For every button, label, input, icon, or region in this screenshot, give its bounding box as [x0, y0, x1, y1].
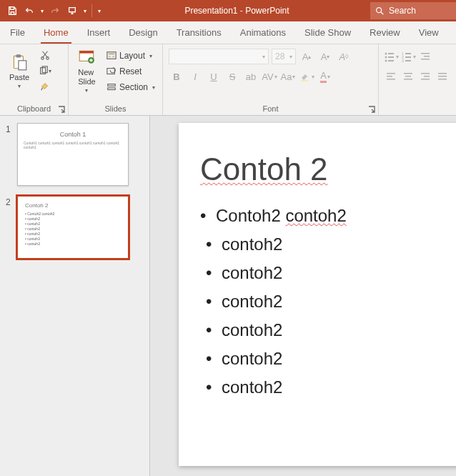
- reset-button[interactable]: Reset: [104, 64, 158, 79]
- search-box[interactable]: Search: [370, 2, 456, 19]
- svg-rect-2: [16, 54, 21, 57]
- ribbon: Paste ▾ ▾ Clipboard New Slide ▾: [0, 44, 456, 116]
- decrease-font-icon[interactable]: A▾: [317, 49, 333, 64]
- bullet-item[interactable]: contoh2: [206, 263, 456, 283]
- svg-rect-42: [421, 79, 430, 80]
- svg-rect-41: [424, 76, 430, 77]
- svg-point-23: [385, 60, 387, 62]
- layout-button[interactable]: Layout▾: [104, 49, 158, 63]
- clear-formatting-icon[interactable]: A◊: [336, 49, 352, 64]
- change-case-icon[interactable]: Aa▾: [280, 69, 296, 84]
- svg-rect-38: [405, 76, 411, 77]
- align-center-icon[interactable]: [400, 69, 416, 84]
- justify-icon[interactable]: [435, 69, 450, 84]
- clipboard-launcher-icon[interactable]: [58, 106, 65, 113]
- svg-rect-3: [19, 60, 26, 69]
- slide-canvas-area[interactable]: Contoh 2 Contoh2 contoh2contoh2contoh2co…: [150, 116, 456, 476]
- group-clipboard: Paste ▾ ▾ Clipboard: [0, 44, 69, 115]
- font-color-icon[interactable]: A▾: [317, 69, 333, 84]
- tab-review[interactable]: Review: [367, 23, 403, 44]
- bullet-item[interactable]: contoh2: [206, 292, 456, 312]
- indent-icon[interactable]: [417, 49, 433, 64]
- char-spacing-icon[interactable]: AV▾: [262, 69, 277, 84]
- bullet-item[interactable]: contoh2: [206, 377, 456, 397]
- tab-view[interactable]: View: [416, 23, 442, 44]
- bullet-item[interactable]: contoh2: [206, 234, 456, 254]
- thumbnail-pane[interactable]: 1Contoh 1Contoh1 contoh1 contoh1 contoh1…: [0, 116, 150, 476]
- svg-rect-9: [80, 51, 94, 54]
- font-launcher-icon[interactable]: [368, 106, 375, 113]
- svg-rect-24: [388, 60, 394, 61]
- undo-dropdown-icon[interactable]: ▾: [39, 3, 46, 19]
- svg-rect-44: [438, 76, 447, 77]
- underline-icon[interactable]: U: [206, 69, 222, 84]
- tab-insert[interactable]: Insert: [84, 23, 114, 44]
- bold-icon[interactable]: B: [169, 69, 184, 84]
- svg-rect-45: [438, 79, 447, 80]
- section-button[interactable]: Section▾: [104, 80, 158, 94]
- tab-slideshow[interactable]: Slide Show: [302, 23, 354, 44]
- slide-body[interactable]: Contoh2 contoh2contoh2contoh2contoh2cont…: [200, 206, 456, 397]
- svg-rect-37: [404, 73, 412, 74]
- align-right-icon[interactable]: [417, 69, 433, 84]
- paste-button[interactable]: Paste ▾: [4, 47, 34, 94]
- svg-rect-33: [421, 59, 430, 60]
- customize-qa-icon[interactable]: ▾: [95, 3, 104, 19]
- numbering-icon[interactable]: 123▾: [400, 49, 416, 64]
- undo-icon[interactable]: [21, 3, 37, 19]
- svg-point-21: [385, 56, 387, 59]
- svg-rect-14: [112, 56, 115, 58]
- tab-animations[interactable]: Animations: [237, 23, 289, 44]
- svg-rect-36: [387, 79, 395, 80]
- svg-rect-15: [107, 69, 115, 74]
- tab-design[interactable]: Design: [126, 23, 160, 44]
- group-label-font: Font: [163, 103, 378, 115]
- highlight-icon[interactable]: ▾: [299, 69, 314, 84]
- cut-icon[interactable]: [37, 49, 53, 61]
- italic-icon[interactable]: I: [187, 69, 203, 84]
- thumbnail-number: 1: [6, 123, 13, 186]
- window-title: Presentation1 - PowerPoint: [104, 6, 370, 16]
- align-left-icon[interactable]: [383, 69, 399, 84]
- tab-home[interactable]: Home: [41, 23, 71, 44]
- bullet-item[interactable]: contoh2: [206, 349, 456, 369]
- svg-rect-18: [301, 80, 308, 81]
- search-placeholder: Search: [389, 6, 416, 16]
- svg-rect-12: [109, 54, 115, 55]
- svg-rect-13: [109, 56, 111, 58]
- new-slide-button[interactable]: New Slide ▾: [73, 47, 101, 94]
- shadow-icon[interactable]: ab: [243, 69, 259, 84]
- increase-font-icon[interactable]: A▴: [299, 49, 314, 64]
- svg-rect-39: [404, 79, 412, 80]
- tab-transitions[interactable]: Transitions: [174, 23, 224, 44]
- search-icon: [375, 6, 385, 16]
- bullets-icon[interactable]: ▾: [383, 49, 399, 64]
- group-label-clipboard: Clipboard: [0, 103, 68, 115]
- start-from-beginning-icon[interactable]: [64, 3, 80, 19]
- font-size-combo[interactable]: 28▾: [272, 49, 296, 64]
- format-painter-icon[interactable]: [37, 80, 53, 93]
- svg-text:3: 3: [402, 59, 404, 62]
- group-slides: New Slide ▾ Layout▾ Reset Section▾ Slide…: [69, 44, 163, 115]
- thumbnail-slide[interactable]: Contoh 2Contoh2 contoh2contoh2contoh2con…: [17, 196, 129, 259]
- copy-icon[interactable]: ▾: [37, 64, 53, 77]
- bullet-item[interactable]: Contoh2 contoh2: [200, 206, 456, 226]
- svg-rect-26: [405, 53, 411, 54]
- font-name-combo[interactable]: ▾: [169, 49, 269, 64]
- qa-dropdown-icon[interactable]: ▾: [81, 3, 89, 19]
- strikethrough-icon[interactable]: S: [224, 69, 240, 84]
- tab-file[interactable]: File: [7, 23, 28, 44]
- redo-icon[interactable]: [47, 3, 63, 19]
- svg-rect-11: [107, 52, 116, 59]
- svg-point-19: [385, 53, 387, 55]
- thumbnail-item[interactable]: 1Contoh 1Contoh1 contoh1 contoh1 contoh1…: [6, 123, 142, 186]
- workspace: 1Contoh 1Contoh1 contoh1 contoh1 contoh1…: [0, 116, 456, 476]
- slide-canvas[interactable]: Contoh 2 Contoh2 contoh2contoh2contoh2co…: [179, 123, 456, 466]
- bullet-item[interactable]: contoh2: [206, 320, 456, 340]
- svg-rect-22: [388, 56, 394, 58]
- slide-title[interactable]: Contoh 2: [200, 152, 456, 187]
- save-icon[interactable]: [4, 3, 20, 19]
- ribbon-tabs: File Home Insert Design Transitions Anim…: [0, 21, 456, 44]
- thumbnail-item[interactable]: 2Contoh 2Contoh2 contoh2contoh2contoh2co…: [6, 196, 142, 259]
- thumbnail-slide[interactable]: Contoh 1Contoh1 contoh1 contoh1 contoh1 …: [17, 123, 129, 186]
